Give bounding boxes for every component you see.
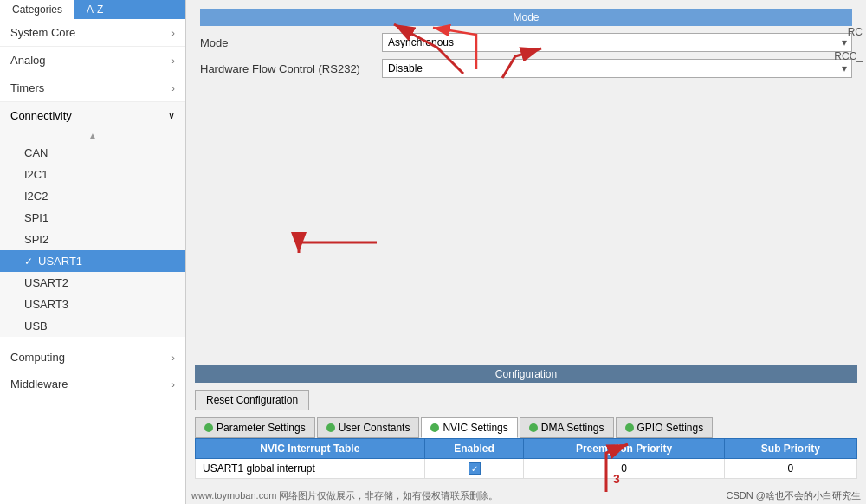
dot-nvic bbox=[430, 423, 439, 432]
tab-nvic-settings[interactable]: NVIC Settings bbox=[421, 417, 517, 438]
watermark-text: www.toymoban.com 网络图片仅做展示，非存储，如有侵权请联系删除。 bbox=[191, 489, 498, 502]
sub-item-usart2[interactable]: USART2 bbox=[0, 272, 185, 294]
dot-dma bbox=[529, 423, 538, 432]
tab-gpio-settings[interactable]: GPIO Settings bbox=[616, 417, 714, 438]
nvic-col-name: NVIC Interrupt Table bbox=[196, 439, 425, 459]
section-analog: Analog › bbox=[0, 47, 185, 74]
sub-item-usb[interactable]: USB bbox=[0, 315, 185, 337]
sidebar-arrow bbox=[255, 216, 429, 268]
chevron-down-icon-connectivity: ∨ bbox=[168, 110, 175, 121]
sub-item-i2c1[interactable]: I2C1 bbox=[0, 164, 185, 185]
nvic-interrupt-name: USART1 global interrupt bbox=[196, 459, 425, 479]
dot-gpio bbox=[625, 423, 634, 432]
enabled-checkbox-wrapper bbox=[432, 462, 517, 475]
sub-item-can[interactable]: CAN bbox=[0, 142, 185, 164]
nvic-table: NVIC Interrupt Table Enabled Preemption … bbox=[195, 438, 857, 479]
tab-dma-settings[interactable]: DMA Settings bbox=[520, 417, 614, 438]
bottom-right-text: CSDN @啥也不会的小白研究生 bbox=[727, 489, 861, 502]
rcc-label: RCC_ bbox=[834, 50, 863, 62]
enabled-checkbox[interactable] bbox=[469, 462, 481, 475]
sidebar-item-computing[interactable]: Computing › bbox=[0, 344, 185, 371]
chevron-right-icon-analog: › bbox=[171, 55, 175, 66]
nvic-col-preemption: Preemption Priority bbox=[524, 439, 724, 459]
sidebar-item-analog[interactable]: Analog › bbox=[0, 47, 185, 74]
chevron-right-icon-timers: › bbox=[171, 83, 175, 94]
mode-label: Mode bbox=[200, 36, 373, 49]
sidebar-item-system-core[interactable]: System Core › bbox=[0, 19, 185, 46]
tab-parameter-settings[interactable]: Parameter Settings bbox=[195, 417, 315, 438]
section-connectivity: Connectivity ∨ ▲ CAN I2C1 I2C2 SPI1 SPI2 bbox=[0, 102, 185, 337]
mid-area bbox=[186, 94, 866, 365]
chevron-right-icon: › bbox=[171, 28, 175, 38]
rc-label: RC bbox=[834, 26, 863, 38]
hw-flow-select-wrapper: Disable Enable bbox=[382, 59, 852, 78]
sidebar-tabs: Categories A-Z bbox=[0, 0, 185, 19]
tab-user-constants[interactable]: User Constants bbox=[317, 417, 420, 438]
mode-header: Mode bbox=[200, 9, 852, 26]
mode-form-row: Mode Asynchronous Synchronous Disable bbox=[200, 33, 852, 52]
config-section: Configuration Reset Configuration Parame… bbox=[186, 365, 866, 488]
dot-user-constants bbox=[326, 423, 335, 432]
nvic-col-enabled: Enabled bbox=[424, 439, 524, 459]
sidebar-item-connectivity[interactable]: Connectivity ∨ bbox=[0, 102, 185, 129]
nvic-preemption-cell: 0 bbox=[524, 459, 724, 479]
sub-item-usart3[interactable]: USART3 bbox=[0, 294, 185, 315]
nvic-col-sub: Sub Priority bbox=[724, 439, 856, 459]
chevron-right-icon-middleware: › bbox=[171, 379, 175, 390]
scroll-up-indicator: ▲ bbox=[0, 129, 185, 142]
mode-section: Mode Mode Asynchronous Synchronous Disab… bbox=[186, 0, 866, 94]
sub-item-spi2[interactable]: SPI2 bbox=[0, 229, 185, 250]
config-tabs: Parameter Settings User Constants NVIC S… bbox=[195, 417, 857, 438]
content-area: Mode Mode Asynchronous Synchronous Disab… bbox=[186, 0, 866, 504]
mode-select[interactable]: Asynchronous Synchronous Disable bbox=[382, 33, 852, 52]
hw-flow-label: Hardware Flow Control (RS232) bbox=[200, 62, 373, 75]
tab-az[interactable]: A-Z bbox=[74, 0, 115, 19]
section-timers: Timers › bbox=[0, 74, 185, 102]
sidebar-item-timers[interactable]: Timers › bbox=[0, 74, 185, 101]
mode-select-wrapper: Asynchronous Synchronous Disable bbox=[382, 33, 852, 52]
section-system-core: System Core › bbox=[0, 19, 185, 47]
nvic-enabled-cell bbox=[424, 459, 524, 479]
chevron-right-icon-computing: › bbox=[171, 352, 175, 363]
connectivity-sub-items: CAN I2C1 I2C2 SPI1 SPI2 ✓ USART1 bbox=[0, 142, 185, 337]
sub-item-usart1[interactable]: ✓ USART1 bbox=[0, 250, 185, 272]
bottom-bar: www.toymoban.com 网络图片仅做展示，非存储，如有侵权请联系删除。… bbox=[186, 488, 866, 504]
sub-item-spi1[interactable]: SPI1 bbox=[0, 207, 185, 229]
section-computing: Computing › Middleware › bbox=[0, 344, 185, 397]
hw-flow-form-row: Hardware Flow Control (RS232) Disable En… bbox=[200, 59, 852, 78]
right-labels: RC RCC_ bbox=[834, 26, 866, 62]
tab-categories[interactable]: Categories bbox=[0, 0, 74, 19]
table-row: USART1 global interrupt 0 0 bbox=[196, 459, 857, 479]
nvic-sub-cell: 0 bbox=[724, 459, 856, 479]
config-header: Configuration bbox=[195, 365, 857, 383]
dot-parameter bbox=[204, 423, 213, 432]
sub-item-i2c2[interactable]: I2C2 bbox=[0, 185, 185, 207]
hw-flow-select[interactable]: Disable Enable bbox=[382, 59, 852, 78]
reset-config-button[interactable]: Reset Configuration bbox=[195, 390, 309, 410]
sidebar-item-middleware[interactable]: Middleware › bbox=[0, 371, 185, 397]
sidebar: Categories A-Z System Core › Analog › Ti… bbox=[0, 0, 186, 504]
check-icon-usart1: ✓ bbox=[24, 255, 33, 268]
